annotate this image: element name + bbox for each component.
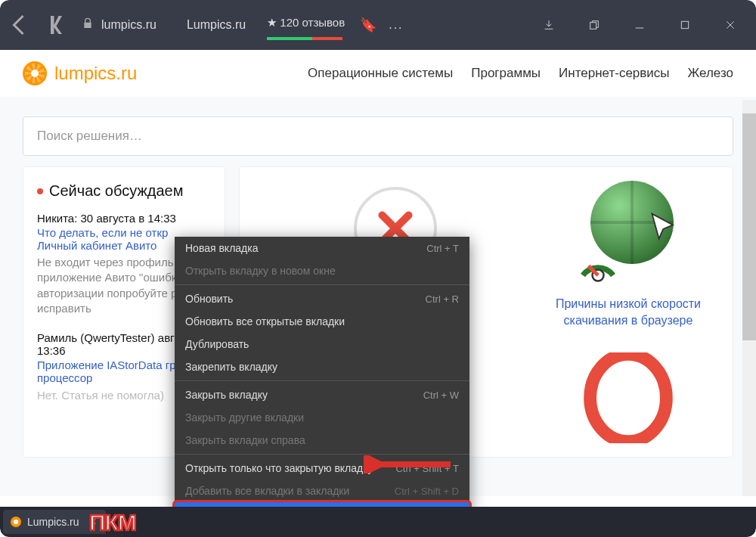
globe-cursor-icon (575, 181, 681, 287)
downloads-button[interactable] (529, 8, 569, 42)
context-menu-item[interactable]: Обновить все открытые вкладки (175, 310, 469, 333)
close-button[interactable] (711, 8, 750, 42)
context-menu-item: Закрыть вкладки справа (175, 429, 469, 452)
context-menu-item[interactable]: Новая вкладкаCtrl + T (175, 237, 469, 259)
site-header: lumpics.ru Операционные системы Программ… (0, 50, 756, 97)
tab-label: Lumpics.ru (27, 516, 79, 528)
context-menu-item: Закрыть другие вкладки (175, 406, 469, 429)
svg-rect-0 (590, 23, 596, 29)
url-text: lumpics.ru (101, 18, 156, 32)
search-input[interactable]: Поиск решения… (23, 116, 733, 156)
more-icon[interactable]: ... (389, 18, 403, 32)
bookmark-icon[interactable]: 🔖 (360, 17, 376, 33)
context-menu-item: Добавить все вкладки в закладкиCtrl + Sh… (175, 480, 469, 502)
rating-bar (267, 37, 342, 40)
opera-icon (583, 352, 674, 443)
tab-context-menu: Новая вкладкаCtrl + TОткрыть вкладку в н… (175, 237, 469, 537)
minimize-button[interactable] (620, 8, 659, 42)
context-menu-separator (175, 454, 469, 455)
site-logo-text[interactable]: lumpics.ru (54, 63, 137, 84)
page-title: Lumpics.ru (187, 18, 246, 32)
nav-services[interactable]: Интернет-сервисы (559, 66, 670, 81)
browser-toolbar: lumpics.ru Lumpics.ru ★ 120 отзывов 🔖 ..… (0, 0, 756, 50)
scroll-thumb[interactable] (742, 113, 756, 340)
annotation-arrow (364, 455, 454, 476)
nav-hardware[interactable]: Железо (688, 66, 733, 81)
back-button[interactable] (6, 11, 33, 39)
scrollbar[interactable] (742, 100, 756, 496)
context-menu-item[interactable]: Закрепить вкладку (175, 355, 469, 378)
context-menu-item[interactable]: ОбновитьCtrl + R (175, 287, 469, 310)
pkm-annotation: ПКМ (89, 510, 136, 535)
svg-point-3 (590, 354, 667, 441)
nav-programs[interactable]: Программы (471, 66, 541, 81)
site-logo-icon[interactable] (23, 61, 47, 85)
address-bar[interactable]: lumpics.ru (73, 10, 166, 40)
context-menu-item[interactable]: Закрыть вкладкуCtrl + W (175, 383, 469, 406)
reviews-badge[interactable]: ★ 120 отзывов (267, 16, 345, 34)
copy-button[interactable] (575, 8, 614, 42)
context-menu-item[interactable]: Дублировать (175, 333, 469, 355)
maximize-button[interactable] (665, 8, 705, 42)
lock-icon (82, 17, 94, 33)
yandex-logo-icon[interactable] (39, 11, 67, 39)
nav-os[interactable]: Операционные системы (308, 66, 453, 81)
site-nav: Операционные системы Программы Интернет-… (308, 66, 733, 81)
context-menu-separator (175, 284, 469, 285)
article-link[interactable]: Причины низкой скорости скачивания в бра… (538, 296, 719, 330)
tab-favicon-icon (11, 517, 21, 527)
context-menu-separator (175, 380, 469, 381)
discussion-title: Сейчас обсуждаем (37, 182, 211, 200)
svg-rect-1 (681, 21, 688, 28)
red-dot-icon (37, 188, 43, 194)
context-menu-item: Открыть вкладку в новом окне (175, 259, 469, 282)
